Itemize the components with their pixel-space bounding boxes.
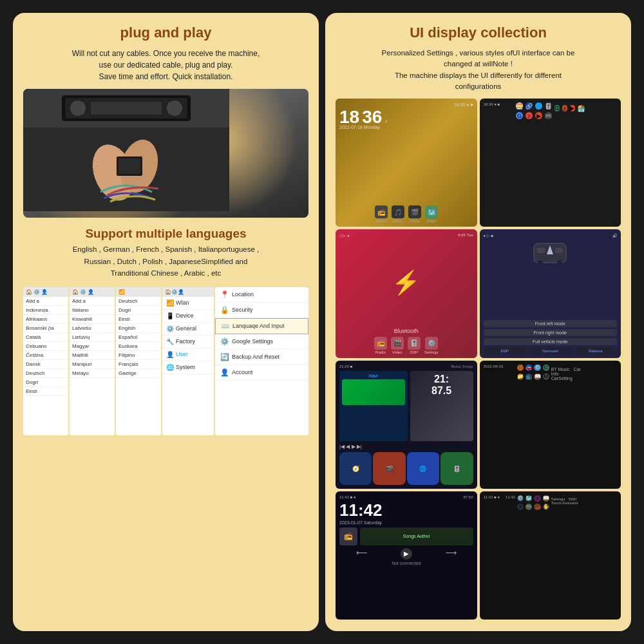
app-swc2: 🎮 bbox=[526, 504, 532, 510]
ui-collection-title: UI display collection bbox=[336, 24, 621, 41]
location-icon: 📍 bbox=[220, 290, 229, 299]
backup-icon: 🔄 bbox=[220, 353, 229, 361]
car-diagram bbox=[531, 240, 569, 266]
video-icon: 🎬 bbox=[408, 205, 421, 218]
ui-cell-2: 18:39 ● ■ 🧮 🔗 🌐 🎚️ G ♪ ▶ 🎮 G ♪ ▶ 🏪 bbox=[480, 99, 621, 227]
settings-mockup: 🏠⚙️👤 Add a Indonesia Afrikaans Bosanski … bbox=[23, 287, 308, 435]
app-videoplayer: 🎬 bbox=[373, 452, 405, 484]
ui-cell-7: 11:42 ■ ●87.50 11:42 2023-01-07 Saturday… bbox=[336, 491, 477, 620]
ui-cell-8: 11:42 ■ ●11:42 ⚙️ 🗺️ ♪ 📖 X 🎮 🏎️ ✋ Settin… bbox=[480, 491, 621, 620]
svg-point-12 bbox=[538, 260, 543, 265]
app-calculator: 🧮 bbox=[516, 102, 523, 109]
app-grid-3: ⚙️ 🗺️ ♪ 📖 X 🎮 🏎️ ✋ bbox=[517, 495, 549, 510]
svg-rect-15 bbox=[555, 248, 563, 253]
menu-item-device[interactable]: 📱 Device bbox=[162, 310, 214, 323]
app-grid: 🧮 🔗 🌐 🎚️ G ♪ ▶ 🎮 bbox=[516, 102, 552, 119]
settings-account[interactable]: 👤 Account bbox=[215, 365, 308, 381]
settings-language[interactable]: ⌨️ Lanquaqe And Input bbox=[215, 318, 308, 334]
app-grid-2: 🎵 🚗 ⚙️ C 📁 📺 📖 M bbox=[517, 365, 549, 381]
bt-radio: 📻 bbox=[374, 337, 387, 350]
balance-btn[interactable]: Balance bbox=[574, 348, 618, 354]
app-navi: 🧭 bbox=[339, 452, 372, 484]
lang-list-1: 🏠⚙️👤 Add a Indonesia Afrikaans Bosanski … bbox=[23, 287, 68, 435]
wlan-icon: 📶 bbox=[166, 299, 174, 307]
app-fileexplorer: 📁 bbox=[517, 374, 524, 380]
menu-item-wlan[interactable]: 📶 Wlan bbox=[162, 297, 214, 310]
app-ch: C bbox=[543, 365, 549, 371]
lang-list-2: 🏠⚙️👤 Add a Italiano Kiswahili Latviešu L… bbox=[70, 287, 115, 435]
ui-cell-6: 2022-08-03 🎵 🚗 ⚙️ C 📁 📺 📖 M BT Music Car… bbox=[480, 361, 621, 489]
maps-icon: 🗺️ bbox=[425, 205, 438, 218]
system-icon: 🌐 bbox=[166, 364, 174, 371]
cell5-apps: 🧭 🎬 🌐 🎚️ bbox=[339, 452, 473, 484]
language-icon: ⌨️ bbox=[221, 322, 230, 330]
navi-panel: Navi bbox=[339, 371, 408, 442]
music-panel: 21:87.5 bbox=[410, 371, 473, 442]
app-maps2: 🗺️ bbox=[526, 495, 532, 502]
svg-point-4 bbox=[70, 100, 86, 116]
settings-google[interactable]: ⚙️ Google Settings bbox=[215, 334, 308, 350]
right-panel: UI display collection Personalized Setti… bbox=[325, 13, 631, 631]
app-g2: G bbox=[554, 105, 560, 111]
app-musicplayer: ♪ bbox=[526, 112, 533, 119]
app-carlink: 🔗 bbox=[526, 102, 533, 109]
app-carinfo: 🚗 bbox=[526, 365, 532, 371]
cell7-radio-icon: 📻 bbox=[339, 527, 357, 545]
menu-item-system[interactable]: 🌐 System bbox=[162, 361, 214, 374]
app-hd2: 📺 bbox=[526, 374, 532, 380]
lang-item: Add a bbox=[23, 297, 68, 306]
menu-panel: 🏠⚙️👤 📶 Wlan 📱 Device ⚙️ General 🔧 Factor… bbox=[162, 287, 214, 435]
ui-cell-1: 18:36 ● ■ 18 36 ♪ 2022-07-18 Monday 📻 Ra… bbox=[336, 99, 477, 227]
lang-list-header-2: 🏠⚙️👤 bbox=[70, 287, 115, 297]
svg-rect-6 bbox=[91, 102, 162, 115]
ui-collection-body: Personalized Settings , various styles o… bbox=[336, 48, 621, 92]
left-panel: plug and play Will not cut any cables. O… bbox=[13, 13, 319, 631]
security-icon: 🔒 bbox=[220, 306, 229, 314]
menu-item-user[interactable]: 👤 User bbox=[162, 348, 214, 361]
menu-item-general[interactable]: ⚙️ General bbox=[162, 323, 214, 336]
app-opguide: 📖 bbox=[543, 495, 549, 502]
menu-item-factory[interactable]: 🔧 Factory bbox=[162, 336, 214, 348]
settings-backup[interactable]: 🔄 Backup And Reset bbox=[215, 350, 308, 365]
app-g: G bbox=[516, 112, 523, 119]
app-play2: ▶ bbox=[570, 105, 575, 111]
settings-panel: 📍 Location 🔒 Security ⌨️ Lanquaqe And In… bbox=[215, 287, 308, 435]
app-playstore: ▶ bbox=[535, 112, 542, 119]
full-vehicle-mode[interactable]: Full vehicle mode bbox=[484, 338, 618, 345]
app-wheel: 🏎️ bbox=[534, 504, 540, 510]
bluetooth-icon: ⚡ bbox=[392, 269, 421, 296]
app-chrome2: 🌐 bbox=[407, 452, 439, 484]
app-instructions: 📖 bbox=[534, 374, 540, 380]
radio-icon: 📻 bbox=[375, 205, 388, 218]
svg-point-5 bbox=[167, 100, 182, 116]
ui-cell-3: □ ▷ ●8:05 Tue ⚡ Bluetooth 📻 Radio 🎬 Vide… bbox=[336, 229, 477, 357]
app-dsp-eq: 🎚️ bbox=[440, 452, 473, 484]
cell7-music: Songs Author bbox=[360, 527, 473, 545]
car-image bbox=[23, 89, 308, 218]
surround-btn[interactable]: Surround bbox=[529, 348, 572, 354]
factory-icon: 🔧 bbox=[166, 338, 174, 345]
dsp-bottom: DSP Surround Balance bbox=[484, 348, 618, 354]
svg-rect-10 bbox=[118, 158, 140, 174]
ui-grid: 18:36 ● ■ 18 36 ♪ 2022-07-18 Monday 📻 Ra… bbox=[336, 99, 621, 620]
app-x: X bbox=[517, 504, 524, 510]
account-icon: 👤 bbox=[220, 368, 229, 377]
app-equalizer: 🎚️ bbox=[545, 102, 552, 109]
svg-point-13 bbox=[557, 260, 562, 265]
plug-body: Will not cut any cables. Once you receiv… bbox=[23, 48, 308, 82]
cell7-time: 11:42 bbox=[339, 500, 473, 520]
settings-security[interactable]: 🔒 Security bbox=[215, 303, 308, 318]
lang-list-header-1: 🏠⚙️👤 bbox=[23, 287, 68, 297]
lang-list-header-3: 📶 bbox=[116, 287, 161, 297]
languages-body: English , German , French , Spanish , It… bbox=[23, 243, 308, 279]
dsp-btn[interactable]: DSP bbox=[484, 348, 527, 354]
front-left-mode[interactable]: Front left mode bbox=[484, 320, 618, 327]
app-chrome: 🌐 bbox=[535, 102, 542, 109]
google-icon: ⚙️ bbox=[220, 337, 229, 346]
settings-location[interactable]: 📍 Location bbox=[215, 287, 308, 303]
front-right-mode[interactable]: Front right mode bbox=[484, 329, 618, 336]
app-swc: 🎮 bbox=[545, 112, 552, 119]
languages-section: Support multiple languages English , Ger… bbox=[23, 227, 308, 279]
main-container: plug and play Will not cut any cables. O… bbox=[6, 6, 638, 638]
general-icon: ⚙️ bbox=[166, 325, 174, 332]
